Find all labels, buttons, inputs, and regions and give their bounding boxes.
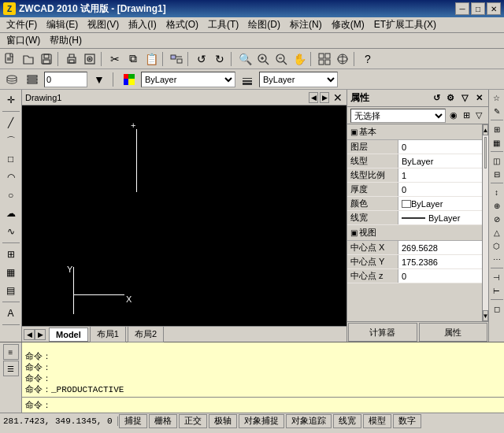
prop-select-icon3[interactable]: ▽ xyxy=(472,109,485,122)
rtool-9[interactable]: ⊘ xyxy=(491,213,503,225)
status-obj-snap[interactable]: 对象捕捉 xyxy=(239,414,284,428)
rtool-3[interactable]: ⊞ xyxy=(491,123,503,135)
tool-circle[interactable]: ○ xyxy=(2,187,20,204)
rtool-14[interactable]: ⊢ xyxy=(491,284,503,297)
named-views[interactable] xyxy=(316,50,333,68)
maximize-button[interactable]: □ xyxy=(471,2,485,15)
tool-gradient[interactable]: ▤ xyxy=(2,282,20,299)
help-button[interactable]: ? xyxy=(359,50,376,68)
drawing-next-btn[interactable]: ▶ xyxy=(320,92,329,103)
prop-select-icon2[interactable]: ⊞ xyxy=(460,109,472,122)
rtool-15[interactable]: ◻ xyxy=(491,302,503,315)
scroll-up-btn[interactable]: ▲ xyxy=(483,124,488,135)
rtool-5[interactable]: ◫ xyxy=(491,154,503,167)
rtool-11[interactable]: ⬡ xyxy=(491,239,503,252)
lineweight-dropdown[interactable]: ByLayer xyxy=(259,72,338,87)
prop-value-lineweight[interactable]: ByLayer xyxy=(398,211,482,224)
minimize-button[interactable]: ─ xyxy=(455,2,469,15)
menu-file[interactable]: 文件(F) xyxy=(2,17,42,33)
scroll-thumb[interactable] xyxy=(484,137,487,168)
tool-polyline[interactable]: ⌒ xyxy=(2,132,20,150)
prop-value-color[interactable]: ByLayer xyxy=(398,197,482,210)
undo-button[interactable]: ↺ xyxy=(193,50,210,68)
status-snap[interactable]: 捕捉 xyxy=(119,414,147,428)
prop-select-icon1[interactable]: ◉ xyxy=(447,109,460,122)
rtool-12[interactable]: ⋯ xyxy=(491,253,503,265)
drawing-close-btn[interactable]: ✕ xyxy=(332,92,343,103)
copy-button[interactable]: ⧉ xyxy=(124,50,142,68)
status-obj-track[interactable]: 对象追踪 xyxy=(286,414,332,428)
cmd-icon1[interactable]: ≡ xyxy=(3,344,19,360)
layer-input[interactable] xyxy=(44,72,87,87)
tool-rect[interactable]: □ xyxy=(2,150,20,168)
close-button[interactable]: ✕ xyxy=(487,2,501,15)
cut-button[interactable]: ✂ xyxy=(106,50,124,68)
tab-layout1[interactable]: 布局1 xyxy=(90,326,126,342)
rtool-7[interactable]: ↕ xyxy=(491,186,503,198)
status-grid[interactable]: 栅格 xyxy=(149,414,177,428)
rtool-10[interactable]: △ xyxy=(491,226,503,239)
prop-section-basic[interactable]: ▣ 基本 xyxy=(347,124,482,140)
prop-close-btn[interactable]: ✕ xyxy=(472,92,485,105)
menu-dim[interactable]: 标注(N) xyxy=(285,17,327,33)
layer-state-button[interactable] xyxy=(24,71,41,88)
status-lineweight[interactable]: 线宽 xyxy=(333,414,361,428)
rtool-13[interactable]: ⊣ xyxy=(491,271,503,283)
tool-line[interactable]: ╱ xyxy=(2,114,20,131)
prop-value-linetype[interactable]: ByLayer xyxy=(398,154,482,168)
menu-insert[interactable]: 插入(I) xyxy=(124,17,161,33)
prop-value-center-y[interactable]: 175.2386 xyxy=(398,255,482,268)
menu-format[interactable]: 格式(O) xyxy=(161,17,203,33)
scroll-down-btn[interactable]: ▼ xyxy=(483,310,488,321)
prop-value-center-z[interactable]: 0 xyxy=(398,269,482,283)
paste-button[interactable]: 📋 xyxy=(143,50,160,68)
menu-edit[interactable]: 编辑(E) xyxy=(42,17,83,33)
color-button[interactable] xyxy=(120,71,138,88)
prop-filter-btn[interactable]: ▽ xyxy=(458,92,471,105)
prop-value-ltscale[interactable]: 1 xyxy=(398,168,482,182)
menu-draw[interactable]: 绘图(D) xyxy=(243,17,285,33)
tab-layout2[interactable]: 布局2 xyxy=(128,326,164,342)
menu-tools[interactable]: 工具(T) xyxy=(203,17,243,33)
prop-settings-btn[interactable]: ⚙ xyxy=(444,92,457,105)
match-prop-button[interactable] xyxy=(168,50,185,68)
rtool-6[interactable]: ⊟ xyxy=(491,168,503,180)
layer-manager-button[interactable] xyxy=(3,71,20,88)
status-model[interactable]: 模型 xyxy=(363,414,391,428)
tab-prev-btn[interactable]: ◀ xyxy=(24,329,35,340)
drawing-canvas[interactable]: Y X + xyxy=(22,105,346,326)
rtool-1[interactable]: ☆ xyxy=(491,91,503,104)
prop-section-view[interactable]: ▣ 视图 xyxy=(347,225,482,241)
status-polar[interactable]: 极轴 xyxy=(209,414,237,428)
status-number[interactable]: 数字 xyxy=(393,414,421,428)
print-button[interactable] xyxy=(63,50,80,68)
prop-value-center-x[interactable]: 269.5628 xyxy=(398,241,482,254)
tool-hatch[interactable]: ▦ xyxy=(2,264,20,281)
scroll-track[interactable] xyxy=(483,135,488,310)
menu-modify[interactable]: 修改(M) xyxy=(327,17,369,33)
menu-window[interactable]: 窗口(W) xyxy=(2,32,45,49)
tab-next-btn[interactable]: ▶ xyxy=(35,329,46,340)
zoom-prev[interactable] xyxy=(272,50,290,68)
tool-arc[interactable]: ◠ xyxy=(2,168,20,186)
prop-selection-dropdown[interactable]: 无选择 xyxy=(350,109,446,123)
tool-text[interactable]: A xyxy=(2,305,20,322)
calculator-button[interactable]: 计算器 xyxy=(348,323,417,342)
attributes-button[interactable]: 属性 xyxy=(419,323,488,342)
prop-toggle-btn[interactable]: ↺ xyxy=(430,92,443,105)
open-button[interactable] xyxy=(20,50,37,68)
rtool-4[interactable]: ▦ xyxy=(491,136,503,149)
linetype-dropdown[interactable]: ByLayer xyxy=(141,72,235,87)
tool-cloud[interactable]: ☁ xyxy=(2,205,20,222)
cmd-icon2[interactable]: ☰ xyxy=(3,361,19,376)
tab-model[interactable]: Model xyxy=(49,328,88,342)
3d-orbit[interactable] xyxy=(334,50,351,68)
status-ortho[interactable]: 正交 xyxy=(179,414,207,428)
rtool-8[interactable]: ⊕ xyxy=(491,199,503,212)
drawing-prev-btn[interactable]: ◀ xyxy=(309,92,318,103)
rtool-2[interactable]: ✎ xyxy=(491,105,503,117)
menu-help[interactable]: 帮助(H) xyxy=(45,32,87,49)
prop-value-layer[interactable]: 0 xyxy=(398,140,482,154)
prop-value-thickness[interactable]: 0 xyxy=(398,183,482,196)
cmd-input-field[interactable] xyxy=(54,401,501,410)
